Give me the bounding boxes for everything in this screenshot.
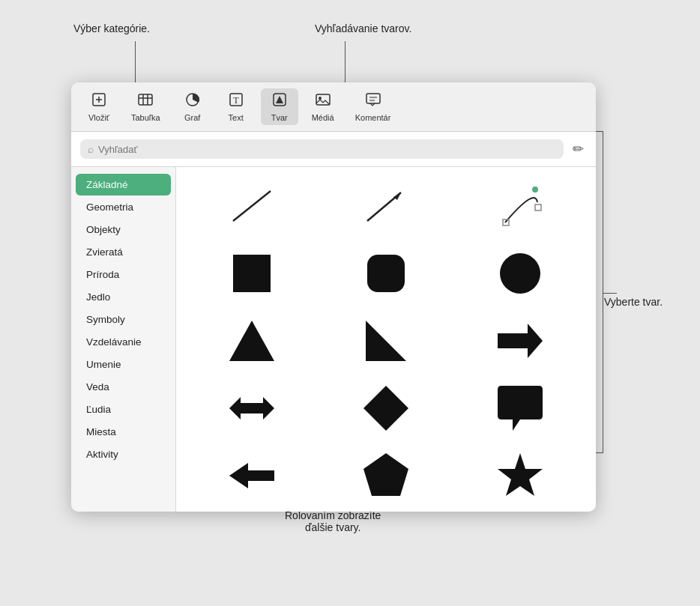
sidebar-item-zvierata[interactable]: Zvieratá <box>76 241 171 263</box>
sidebar-item-geometria[interactable]: Geometria <box>76 196 171 218</box>
bracket-arrow <box>603 293 617 294</box>
toolbar-tabulka[interactable]: Tabuľka <box>124 88 168 125</box>
svg-point-25 <box>500 253 540 294</box>
graf-label: Graf <box>184 113 200 122</box>
sidebar-item-veda[interactable]: Veda <box>76 376 171 398</box>
svg-marker-29 <box>229 397 274 419</box>
toolbar-tvar[interactable]: Tvar <box>261 88 298 125</box>
search-bar: ⌕ ✏ <box>71 132 596 167</box>
svg-rect-21 <box>535 204 541 210</box>
svg-line-17 <box>233 191 271 221</box>
shape-speech-bubble[interactable] <box>457 378 584 438</box>
toolbar-komentar[interactable]: Komentár <box>348 88 399 125</box>
svg-rect-24 <box>367 255 405 292</box>
svg-marker-11 <box>276 96 283 103</box>
shapes-grid <box>188 176 584 506</box>
sidebar-item-objekty[interactable]: Objekty <box>76 219 171 240</box>
search-annotation: Vyhľadávanie tvarov. <box>315 22 411 34</box>
svg-marker-27 <box>366 321 406 361</box>
sidebar-item-priroda[interactable]: Príroda <box>76 264 171 285</box>
media-label: Médiá <box>312 113 334 122</box>
shapes-panel: Vložiť Tabuľka Graf T Text Tvar <box>71 82 596 512</box>
bracket-right <box>596 131 603 453</box>
pen-icon[interactable]: ✏ <box>570 138 587 160</box>
komentar-label: Komentár <box>355 113 391 122</box>
select-shape-annotation: Vyberte tvar. <box>604 296 663 308</box>
sidebar-item-jedlo[interactable]: Jedlo <box>76 286 171 308</box>
toolbar: Vložiť Tabuľka Graf T Text Tvar <box>71 82 596 132</box>
text-label: Text <box>229 113 244 122</box>
sidebar-item-umenie[interactable]: Umenie <box>76 354 171 375</box>
svg-marker-30 <box>363 386 408 431</box>
svg-rect-31 <box>248 470 274 481</box>
svg-marker-32 <box>363 453 408 496</box>
vlozit-label: Vložiť <box>88 113 109 122</box>
category-line <box>135 41 136 86</box>
svg-point-20 <box>532 187 538 193</box>
komentar-icon <box>365 91 381 112</box>
shape-triangle[interactable] <box>188 311 315 371</box>
text-icon: T <box>228 91 244 112</box>
toolbar-text[interactable]: T Text <box>217 88 255 125</box>
sidebar-item-vzdelavanie[interactable]: Vzdelávanie <box>76 331 171 353</box>
shape-square[interactable] <box>188 243 315 303</box>
shape-pentagon[interactable] <box>322 446 449 506</box>
toolbar-graf[interactable]: Graf <box>174 88 211 125</box>
shape-bezier-curve[interactable] <box>457 176 584 236</box>
toolbar-media[interactable]: Médiá <box>304 88 342 125</box>
graf-icon <box>184 91 201 112</box>
sidebar-item-symboly[interactable]: Symboly <box>76 309 171 330</box>
shape-rounded-square[interactable] <box>322 243 449 303</box>
shape-line-diagonal[interactable] <box>188 176 315 236</box>
sidebar-item-miesta[interactable]: Miesta <box>76 421 171 443</box>
tabulka-icon <box>137 91 154 112</box>
media-icon <box>315 91 331 112</box>
svg-text:T: T <box>233 95 239 106</box>
shape-double-arrow[interactable] <box>188 378 315 438</box>
tvar-icon <box>271 91 288 112</box>
svg-marker-26 <box>229 321 274 361</box>
tvar-label: Tvar <box>271 113 288 122</box>
shape-arrow-right[interactable] <box>457 311 584 371</box>
svg-rect-23 <box>233 255 271 292</box>
sidebar-item-zakladne[interactable]: Základné <box>76 174 171 196</box>
shape-circle[interactable] <box>457 243 584 303</box>
sidebar-item-ludia[interactable]: Ľudia <box>76 399 171 420</box>
scroll-annotation: Rolovaním zobrazíteďalšie tvary. <box>285 509 381 533</box>
shape-line-arrow[interactable] <box>322 176 449 236</box>
sidebar: Základné Geometria Objekty Zvieratá Prír… <box>71 167 176 512</box>
svg-marker-33 <box>498 453 543 496</box>
shape-rounded-arrow-left[interactable] <box>188 446 315 506</box>
svg-rect-3 <box>139 94 152 105</box>
shape-right-triangle[interactable] <box>322 311 449 371</box>
shape-star[interactable] <box>457 446 584 506</box>
vlozit-icon <box>91 91 107 112</box>
shape-diamond[interactable] <box>322 378 449 438</box>
search-input-wrap[interactable]: ⌕ <box>80 139 564 159</box>
search-icon: ⌕ <box>88 143 94 155</box>
sidebar-item-aktivity[interactable]: Aktivity <box>76 443 171 465</box>
svg-rect-14 <box>366 94 380 103</box>
tabulka-label: Tabuľka <box>131 113 160 122</box>
svg-marker-28 <box>498 324 543 358</box>
search-input[interactable] <box>98 144 556 155</box>
toolbar-vlozit[interactable]: Vložiť <box>80 88 118 125</box>
category-annotation: Výber kategórie. <box>73 22 150 34</box>
panel-body: Základné Geometria Objekty Zvieratá Prír… <box>71 167 596 512</box>
shapes-area <box>176 167 596 512</box>
